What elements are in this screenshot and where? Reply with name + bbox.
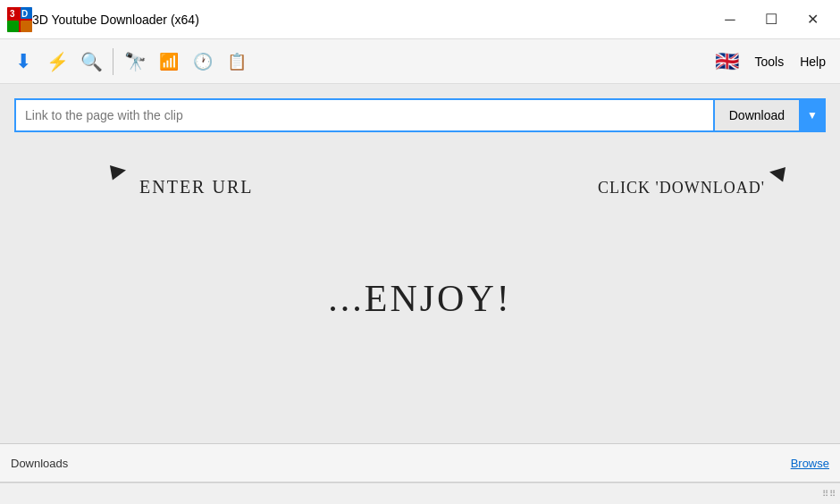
svg-text:3: 3: [10, 9, 15, 19]
enter-url-text: ENTER URL: [139, 177, 253, 197]
bottom-bar: Downloads Browse: [0, 443, 840, 483]
clock-icon: 🕐: [193, 52, 213, 71]
svg-rect-3: [7, 21, 19, 32]
click-download-text: CLICK 'DOWNLOAD': [598, 179, 765, 197]
status-dots: ⠿⠿: [822, 489, 836, 499]
status-bar: ⠿⠿: [0, 483, 840, 504]
search-toolbar-button[interactable]: 🔍: [75, 46, 107, 78]
language-flag: 🇬🇧: [715, 50, 739, 73]
lightning-toolbar-button[interactable]: ⚡: [41, 46, 73, 78]
download-icon: ⬇: [15, 50, 31, 73]
main-content: Download ▼ ◀ ENTER URL ◀ CLICK 'DOWNLOAD…: [0, 84, 840, 443]
minimize-button[interactable]: ─: [710, 5, 751, 34]
download-button[interactable]: Download: [715, 98, 801, 132]
rss-icon: 📶: [159, 52, 179, 71]
history-toolbar-button[interactable]: 🕐: [187, 46, 219, 78]
binoculars-toolbar-button[interactable]: 🔭: [119, 46, 151, 78]
toolbar: ⬇ ⚡ 🔍 🔭 📶 🕐 📋 🇬🇧 Tools Help: [0, 39, 840, 84]
title-bar: 3 D 3D Youtube Downloader (x64) ─ ☐ ✕: [0, 0, 840, 39]
enjoy-text: ...ENJOY!: [328, 277, 511, 320]
download-btn-group: Download ▼: [715, 98, 826, 132]
toolbar-separator: [113, 48, 113, 75]
close-button[interactable]: ✕: [792, 5, 833, 34]
app-icon: 3 D: [7, 7, 32, 32]
title-bar-text: 3D Youtube Downloader (x64): [32, 13, 710, 27]
svg-text:D: D: [21, 9, 28, 19]
browse-button[interactable]: Browse: [791, 457, 829, 470]
instructions: ◀ ENTER URL ◀ CLICK 'DOWNLOAD' ...ENJOY!: [14, 150, 826, 429]
download-toolbar-button[interactable]: ⬇: [7, 46, 39, 78]
help-menu-button[interactable]: Help: [793, 51, 833, 72]
lightning-icon: ⚡: [46, 51, 69, 72]
tools-menu-button[interactable]: Tools: [748, 51, 792, 72]
downloads-label: Downloads: [11, 457, 791, 470]
clipboard-toolbar-button[interactable]: 📋: [221, 46, 253, 78]
magnify-icon: 🔍: [80, 51, 103, 72]
maximize-button[interactable]: ☐: [751, 5, 792, 34]
binoculars-icon: 🔭: [124, 51, 147, 72]
window-controls: ─ ☐ ✕: [710, 5, 833, 34]
arrow-download-icon: ◀: [768, 160, 786, 186]
url-bar-row: Download ▼: [14, 98, 826, 132]
url-input[interactable]: [14, 98, 715, 132]
svg-rect-4: [21, 21, 32, 32]
download-dropdown-button[interactable]: ▼: [801, 98, 826, 132]
clipboard-icon: 📋: [227, 52, 247, 71]
rss-toolbar-button[interactable]: 📶: [153, 46, 185, 78]
arrow-enter-icon: ◀: [109, 158, 128, 184]
